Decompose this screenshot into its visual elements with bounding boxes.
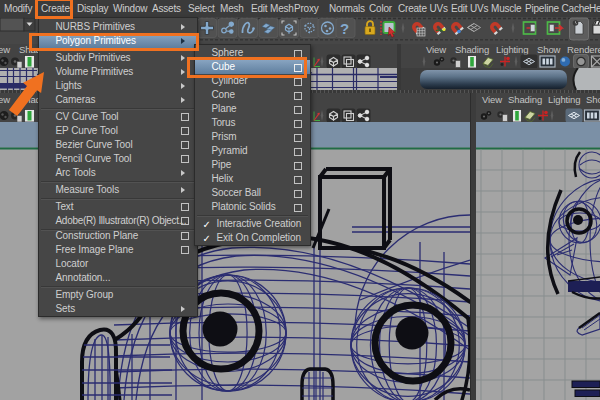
svg-text:?: ? — [340, 20, 349, 37]
